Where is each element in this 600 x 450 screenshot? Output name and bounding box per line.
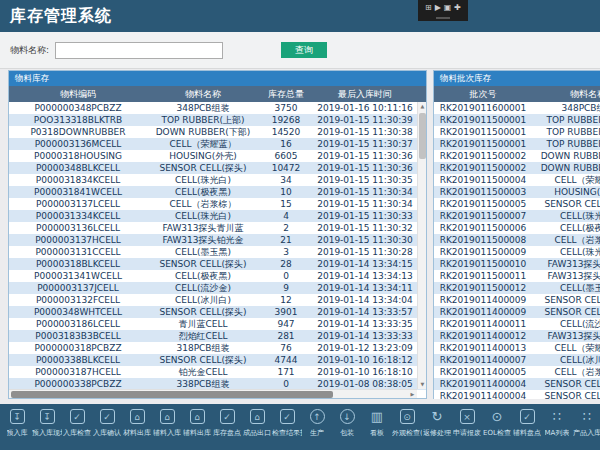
horizontal-scrollbar[interactable]: ▶ [9,389,417,398]
table-row[interactable]: POO313318BLKTRBTOP RUBBER(上部)192682019-0… [9,114,426,126]
vertical-scroll-thumb[interactable] [419,113,426,159]
table-row[interactable]: RK2019011600001348PCB组装 [434,102,600,114]
table-row[interactable]: P0318DOWNRUBBERDOWN RUBBER(下部)145202019-… [9,126,426,138]
tool-icon[interactable]: ✚ [454,3,461,12]
column-header-material-name[interactable]: 物料名称 [532,86,600,102]
table-row[interactable]: P000003132FCELLCELL(冰川白)122019-01-14 13:… [9,294,426,306]
material-name-input[interactable] [55,42,223,59]
table-row[interactable]: P0000348WHTCELLSENSOR CELL(探头)39012019-0… [9,306,426,318]
table-row[interactable]: RK2019011500006CELL(极夜黑) [434,222,600,234]
horizontal-scroll-thumb[interactable] [11,391,333,398]
table-row[interactable]: RK2019011400004SENSOR CELL(探头) [434,390,600,399]
toolbar-item-rework[interactable]: ↻返修处理 [422,409,452,438]
table-cell: FAW313探头铂光金 [532,270,600,282]
table-row[interactable]: P000003187HCELL铂光金CELL1712019-01-10 16:1… [9,366,426,378]
toolbar-item-ma-list[interactable]: ∷MA列表 [542,409,572,438]
table-row[interactable]: RK2019011500001TOP RUBBER(上部) [434,138,600,150]
table-row[interactable]: RK2019011400005CELL（岩浆棕） [434,366,600,378]
toolbar-item-auxiliary-outbound[interactable]: ⌂辅料出库 [182,409,212,438]
table-row[interactable]: RK2019011500001TOP RUBBER(上部) [434,126,600,138]
table-row[interactable]: P000003131CCELLCELL(墨玉黑)32019-01-15 11:3… [9,246,426,258]
table-row[interactable]: RK2019011500010FAW313探头青川蓝 [434,258,600,270]
query-button[interactable]: 查询 [281,42,327,58]
table-row[interactable]: P000003136LCELLFAW313探头青川蓝22019-01-15 11… [9,222,426,234]
toolbar-item-scrap-request[interactable]: ×申请报废 [452,409,482,438]
vertical-scrollbar[interactable]: ▲ ▼ [417,102,426,389]
table-row[interactable]: RK2019011400004SENSOR CELL(探头) [434,378,600,390]
capture-icon[interactable]: ⊞ [425,3,432,12]
table-row[interactable]: RK2019011400012FAW313探头铂光金 [434,330,600,342]
table-cell: P000003137JCELL [9,282,147,294]
table-cell: 青川蓝CELL [147,318,259,330]
table-row[interactable]: P0000348BLKCELLSENSOR CELL(探头)104722019-… [9,162,426,174]
table-row[interactable]: RK2019011500008CELL（岩浆棕） [434,234,600,246]
table-cell: CELL（岩浆棕） [147,198,259,210]
table-row[interactable]: P000031841WCELLCELL(极夜黑)102019-01-15 11:… [9,186,426,198]
table-row[interactable]: P000003137LCELLCELL（岩浆棕）152019-01-15 11:… [9,198,426,210]
column-header-total-qty[interactable]: 库存总量 [259,86,313,102]
table-row[interactable]: P000031834KCELLCELL(珠光白)342019-01-15 11:… [9,174,426,186]
bottom-toolbar: ↧预入库↧预入库现场✓入库检查✓入库确认⌂材料出库⌂辅料入库⌂辅料出库✓库存盘点… [0,404,600,450]
toolbar-item-appearance-check[interactable]: ⊙外观检查(出货) [392,409,422,438]
toolbar-item-kanban[interactable]: ▥看板 [362,409,392,438]
column-header-material-name[interactable]: 物料名称 [147,86,259,102]
toolbar-item-production[interactable]: ↑生产 [302,409,332,438]
table-row[interactable]: P0000318BLKCELLSENSOR CELL(探头)282019-01-… [9,258,426,270]
toolbar-item-auxiliary-count[interactable]: ✓辅料盘点 [512,409,542,438]
table-row[interactable]: P000000318PCBZZ318PCB组装762019-01-12 13:2… [9,342,426,354]
table-row[interactable]: RK2019011500004CELL（荣耀蓝） [434,174,600,186]
table-row[interactable]: P000031334KCELLCELL(珠光白)42019-01-15 11:3… [9,210,426,222]
toolbar-item-finished-export[interactable]: ⌂成品出口 [242,409,272,438]
toolbar-item-packaging[interactable]: ↓包装 [332,409,362,438]
toolbar-item-pre-inbound-site[interactable]: ↧预入库现场 [32,409,62,438]
table-row[interactable]: RK2019011500002DOWN RUBBER(下部) [434,150,600,162]
table-row[interactable]: RK2019011500011FAW313探头铂光金 [434,270,600,282]
table-cell: FAW313探头青川蓝 [147,222,259,234]
table-row[interactable]: P000003186LCELL青川蓝CELL9472019-01-14 13:3… [9,318,426,330]
toolbar-item-label: 入库检查 [63,428,91,438]
table-row[interactable]: P000003136MCELLCELL（荣耀蓝）162019-01-15 11:… [9,138,426,150]
table-row[interactable]: P000003137HCELLFAW313探头铂光金212019-01-15 1… [9,234,426,246]
toolbar-item-stock-count[interactable]: ✓库存盘点 [212,409,242,438]
table-row[interactable]: P0000318HOUSINGHOUSING(外壳)66052019-01-15… [9,150,426,162]
table-row[interactable]: RK2019011500003HOUSING(外壳) [434,186,600,198]
table-row[interactable]: RK2019011500007CELL(珠光白) [434,210,600,222]
table-row[interactable]: P000003137JCELLCELL(流沙金)92019-01-14 13:3… [9,282,426,294]
toolbar-item-auxiliary-inbound[interactable]: ⌂辅料入库 [152,409,182,438]
screen-icon[interactable]: ▣ [444,3,452,12]
toolbar-item-product-more[interactable]: ∷产品入库 [572,409,600,438]
toolbar-item-pre-inbound[interactable]: ↧预入库 [2,409,32,438]
screen-recorder-overlay[interactable]: ⊞▶▣✚ [418,0,468,21]
toolbar-item-eol-check[interactable]: ⊙EOL检查 [482,409,512,438]
column-header-material-code[interactable]: 物料编码 [9,86,147,102]
table-row[interactable]: RK2019011500005SENSOR CELL(探头) [434,198,600,210]
table-row[interactable]: RK2019011500002DOWN RUBBER(下部) [434,162,600,174]
toolbar-item-inbound-check[interactable]: ✓入库检查 [62,409,92,438]
table-cell: 6605 [259,150,313,162]
column-header-last-inbound-time[interactable]: 最后入库时间 [313,86,417,102]
table-row[interactable]: P0000338BLKCELLSENSOR CELL(探头)47442019-0… [9,354,426,366]
table-row[interactable]: P000000348PCBZZ348PCB组装37502019-01-16 10… [9,102,426,114]
table-row[interactable]: P000031341WCELLCELL(极夜黑)02019-01-14 13:3… [9,270,426,282]
table-row[interactable]: RK2019011500001TOP RUBBER(上部) [434,114,600,126]
table-cell: 2019-01-14 13:34:15 [313,258,417,270]
table-row[interactable]: RK2019011500012CELL(墨玉黑) [434,282,600,294]
table-row[interactable]: RK2019011400011CELL(流沙金) [434,318,600,330]
play-icon[interactable]: ▶ [435,3,441,12]
table-cell: 2019-01-15 11:30:28 [313,246,417,258]
table-row[interactable]: RK2019011400013CELL（荣耀蓝） [434,342,600,354]
table-row[interactable]: P0003183B3BCELL烈焰红CELL2812019-01-14 13:3… [9,330,426,342]
table-row[interactable]: RK2019011400009SENSOR CELL(探头) [434,306,600,318]
toolbar-item-inbound-confirm[interactable]: ✓入库确认 [92,409,122,438]
table-row[interactable]: RK2019011500009CELL(珠光白) [434,246,600,258]
table-cell: RK2019011500009 [434,246,532,258]
table-row[interactable]: RK2019011400009SENSOR CELL(探头) [434,294,600,306]
toolbar-item-check-result-print[interactable]: ✓检查结果打印 [272,409,302,438]
toolbar-item-material-outbound[interactable]: ⌂材料出库 [122,409,152,438]
column-header-batch-no[interactable]: 批次号 [434,86,532,102]
scroll-up-icon[interactable]: ▲ [418,102,427,111]
table-row[interactable]: RK2019011400007CELL(冰川白) [434,354,600,366]
scroll-right-icon[interactable]: ▶ [408,390,417,399]
table-cell: CELL(珠光白) [147,210,259,222]
scroll-down-icon[interactable]: ▼ [418,380,427,389]
